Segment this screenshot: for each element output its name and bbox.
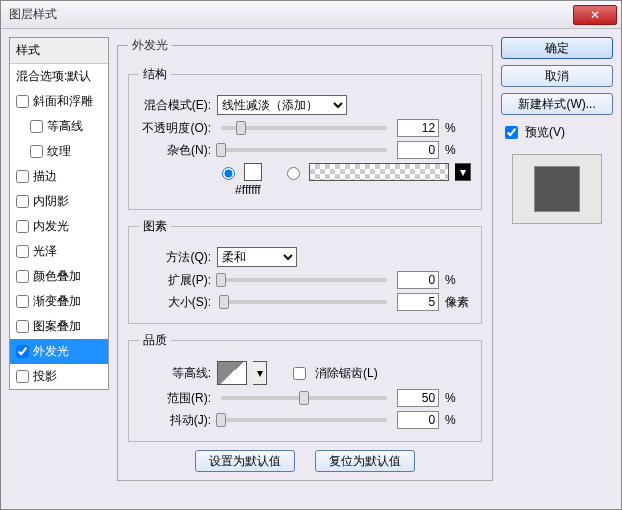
elements-legend: 图素 — [139, 218, 171, 235]
window-title: 图层样式 — [5, 6, 573, 23]
titlebar: 图层样式 ✕ — [1, 1, 621, 29]
style-item[interactable]: 内阴影 — [10, 189, 108, 214]
style-item-label: 光泽 — [33, 243, 57, 260]
preview-label: 预览(V) — [525, 124, 565, 141]
style-item[interactable]: 斜面和浮雕 — [10, 89, 108, 114]
dialog-window: 图层样式 ✕ 样式 混合选项:默认 斜面和浮雕等高线纹理描边内阴影内发光光泽颜色… — [0, 0, 622, 510]
style-item-label: 内发光 — [33, 218, 69, 235]
quality-legend: 品质 — [139, 332, 171, 349]
color-swatch[interactable] — [244, 163, 262, 181]
style-item-checkbox[interactable] — [16, 295, 29, 308]
elements-group: 图素 方法(Q): 柔和 扩展(P): 0 % 大小(S): — [128, 218, 482, 324]
technique-label: 方法(Q): — [139, 249, 211, 266]
gradient-radio[interactable] — [287, 167, 300, 180]
style-item[interactable]: 图案叠加 — [10, 314, 108, 339]
style-item[interactable]: 纹理 — [10, 139, 108, 164]
style-item[interactable]: 投影 — [10, 364, 108, 389]
range-unit: % — [445, 391, 471, 405]
jitter-slider[interactable] — [221, 418, 387, 422]
jitter-unit: % — [445, 413, 471, 427]
style-item[interactable]: 内发光 — [10, 214, 108, 239]
style-item-checkbox[interactable] — [30, 145, 43, 158]
structure-group: 结构 混合模式(E): 线性减淡（添加） 不透明度(O): 12 % — [128, 66, 482, 210]
style-item-label: 纹理 — [47, 143, 71, 160]
outer-glow-group: 外发光 结构 混合模式(E): 线性减淡（添加） 不透明度(O): 12 — [117, 37, 493, 481]
cancel-button[interactable]: 取消 — [501, 65, 613, 87]
style-item-label: 等高线 — [47, 118, 83, 135]
style-item-label: 投影 — [33, 368, 57, 385]
color-radio[interactable] — [222, 167, 235, 180]
style-item-checkbox[interactable] — [16, 220, 29, 233]
anti-alias-label: 消除锯齿(L) — [315, 365, 378, 382]
style-item-checkbox[interactable] — [16, 270, 29, 283]
noise-slider[interactable] — [221, 148, 387, 152]
dialog-body: 样式 混合选项:默认 斜面和浮雕等高线纹理描边内阴影内发光光泽颜色叠加渐变叠加图… — [1, 29, 621, 509]
preview-box — [512, 154, 602, 224]
style-item[interactable]: 描边 — [10, 164, 108, 189]
spread-label: 扩展(P): — [139, 272, 211, 289]
contour-picker[interactable] — [217, 361, 247, 385]
style-item-label: 渐变叠加 — [33, 293, 81, 310]
style-item-checkbox[interactable] — [16, 245, 29, 258]
ok-button[interactable]: 确定 — [501, 37, 613, 59]
spread-input[interactable]: 0 — [397, 271, 439, 289]
style-item-checkbox[interactable] — [16, 170, 29, 183]
style-item-checkbox[interactable] — [16, 345, 29, 358]
blend-options-item[interactable]: 混合选项:默认 — [10, 64, 108, 89]
preview-checkbox[interactable] — [505, 126, 518, 139]
jitter-input[interactable]: 0 — [397, 411, 439, 429]
contour-label: 等高线: — [139, 365, 211, 382]
close-icon: ✕ — [590, 8, 600, 22]
style-item-checkbox[interactable] — [16, 320, 29, 333]
action-panel: 确定 取消 新建样式(W)... 预览(V) — [501, 37, 613, 501]
gradient-dropdown-icon[interactable]: ▾ — [455, 163, 471, 181]
structure-legend: 结构 — [139, 66, 171, 83]
opacity-input[interactable]: 12 — [397, 119, 439, 137]
noise-unit: % — [445, 143, 471, 157]
style-item-checkbox[interactable] — [16, 95, 29, 108]
spread-unit: % — [445, 273, 471, 287]
contour-dropdown-icon[interactable]: ▾ — [253, 361, 267, 385]
styles-list: 样式 混合选项:默认 斜面和浮雕等高线纹理描边内阴影内发光光泽颜色叠加渐变叠加图… — [9, 37, 109, 390]
style-item[interactable]: 等高线 — [10, 114, 108, 139]
close-button[interactable]: ✕ — [573, 5, 617, 25]
outer-glow-legend: 外发光 — [128, 37, 172, 54]
style-item[interactable]: 外发光 — [10, 339, 108, 364]
style-item-checkbox[interactable] — [16, 195, 29, 208]
blend-mode-label: 混合模式(E): — [139, 97, 211, 114]
style-item-label: 内阴影 — [33, 193, 69, 210]
noise-input[interactable]: 0 — [397, 141, 439, 159]
size-input[interactable]: 5 — [397, 293, 439, 311]
anti-alias-checkbox[interactable] — [293, 367, 306, 380]
range-label: 范围(R): — [139, 390, 211, 407]
style-item-checkbox[interactable] — [16, 370, 29, 383]
style-item[interactable]: 渐变叠加 — [10, 289, 108, 314]
range-slider[interactable] — [221, 396, 387, 400]
new-style-button[interactable]: 新建样式(W)... — [501, 93, 613, 115]
style-item-checkbox[interactable] — [30, 120, 43, 133]
reset-default-button[interactable]: 复位为默认值 — [315, 450, 415, 472]
preview-swatch — [534, 166, 580, 212]
technique-select[interactable]: 柔和 — [217, 247, 297, 267]
spread-slider[interactable] — [221, 278, 387, 282]
noise-label: 杂色(N): — [139, 142, 211, 159]
style-item-label: 描边 — [33, 168, 57, 185]
opacity-slider[interactable] — [221, 126, 387, 130]
gradient-swatch[interactable] — [309, 163, 449, 181]
range-input[interactable]: 50 — [397, 389, 439, 407]
style-item-label: 外发光 — [33, 343, 69, 360]
blend-mode-select[interactable]: 线性减淡（添加） — [217, 95, 347, 115]
settings-panel: 外发光 结构 混合模式(E): 线性减淡（添加） 不透明度(O): 12 — [117, 37, 493, 501]
style-item[interactable]: 光泽 — [10, 239, 108, 264]
opacity-unit: % — [445, 121, 471, 135]
size-slider[interactable] — [221, 300, 387, 304]
style-item-label: 斜面和浮雕 — [33, 93, 93, 110]
color-hex-label: #ffffff — [235, 183, 261, 197]
size-unit: 像素 — [445, 294, 471, 311]
quality-group: 品质 等高线: ▾ 消除锯齿(L) 范围(R): 50 % — [128, 332, 482, 442]
style-item[interactable]: 颜色叠加 — [10, 264, 108, 289]
opacity-label: 不透明度(O): — [139, 120, 211, 137]
make-default-button[interactable]: 设置为默认值 — [195, 450, 295, 472]
jitter-label: 抖动(J): — [139, 412, 211, 429]
style-item-label: 颜色叠加 — [33, 268, 81, 285]
